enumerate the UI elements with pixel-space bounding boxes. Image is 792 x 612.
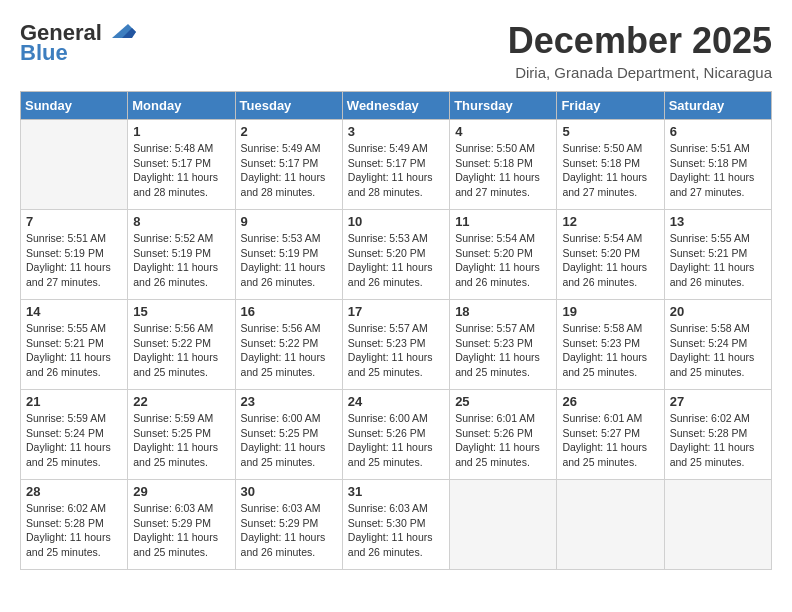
day-info: Sunrise: 5:56 AMSunset: 5:22 PMDaylight:… (133, 321, 229, 380)
day-info: Sunrise: 5:51 AMSunset: 5:18 PMDaylight:… (670, 141, 766, 200)
day-number: 27 (670, 394, 766, 409)
calendar-week-row: 28Sunrise: 6:02 AMSunset: 5:28 PMDayligh… (21, 480, 772, 570)
day-info: Sunrise: 5:51 AMSunset: 5:19 PMDaylight:… (26, 231, 122, 290)
day-number: 24 (348, 394, 444, 409)
calendar-cell: 24Sunrise: 6:00 AMSunset: 5:26 PMDayligh… (342, 390, 449, 480)
day-number: 1 (133, 124, 229, 139)
column-header-friday: Friday (557, 92, 664, 120)
day-info: Sunrise: 5:49 AMSunset: 5:17 PMDaylight:… (348, 141, 444, 200)
calendar-cell: 6Sunrise: 5:51 AMSunset: 5:18 PMDaylight… (664, 120, 771, 210)
day-number: 26 (562, 394, 658, 409)
calendar-cell: 20Sunrise: 5:58 AMSunset: 5:24 PMDayligh… (664, 300, 771, 390)
day-info: Sunrise: 5:57 AMSunset: 5:23 PMDaylight:… (348, 321, 444, 380)
calendar-cell: 14Sunrise: 5:55 AMSunset: 5:21 PMDayligh… (21, 300, 128, 390)
calendar-cell: 5Sunrise: 5:50 AMSunset: 5:18 PMDaylight… (557, 120, 664, 210)
calendar-cell: 8Sunrise: 5:52 AMSunset: 5:19 PMDaylight… (128, 210, 235, 300)
day-info: Sunrise: 5:57 AMSunset: 5:23 PMDaylight:… (455, 321, 551, 380)
day-number: 29 (133, 484, 229, 499)
column-header-thursday: Thursday (450, 92, 557, 120)
day-number: 22 (133, 394, 229, 409)
day-info: Sunrise: 5:54 AMSunset: 5:20 PMDaylight:… (455, 231, 551, 290)
day-number: 20 (670, 304, 766, 319)
calendar-cell: 31Sunrise: 6:03 AMSunset: 5:30 PMDayligh… (342, 480, 449, 570)
day-info: Sunrise: 5:59 AMSunset: 5:25 PMDaylight:… (133, 411, 229, 470)
day-info: Sunrise: 6:01 AMSunset: 5:27 PMDaylight:… (562, 411, 658, 470)
day-info: Sunrise: 6:02 AMSunset: 5:28 PMDaylight:… (670, 411, 766, 470)
calendar-cell: 18Sunrise: 5:57 AMSunset: 5:23 PMDayligh… (450, 300, 557, 390)
month-title: December 2025 (508, 20, 772, 62)
day-info: Sunrise: 5:58 AMSunset: 5:23 PMDaylight:… (562, 321, 658, 380)
calendar-cell: 1Sunrise: 5:48 AMSunset: 5:17 PMDaylight… (128, 120, 235, 210)
day-number: 11 (455, 214, 551, 229)
calendar-header-row: SundayMondayTuesdayWednesdayThursdayFrid… (21, 92, 772, 120)
day-info: Sunrise: 5:50 AMSunset: 5:18 PMDaylight:… (455, 141, 551, 200)
calendar-cell: 30Sunrise: 6:03 AMSunset: 5:29 PMDayligh… (235, 480, 342, 570)
day-info: Sunrise: 5:56 AMSunset: 5:22 PMDaylight:… (241, 321, 337, 380)
location-title: Diria, Granada Department, Nicaragua (508, 64, 772, 81)
day-number: 30 (241, 484, 337, 499)
calendar-cell (450, 480, 557, 570)
day-info: Sunrise: 5:53 AMSunset: 5:20 PMDaylight:… (348, 231, 444, 290)
day-number: 16 (241, 304, 337, 319)
day-number: 10 (348, 214, 444, 229)
day-info: Sunrise: 6:00 AMSunset: 5:25 PMDaylight:… (241, 411, 337, 470)
calendar-cell (21, 120, 128, 210)
calendar-cell: 15Sunrise: 5:56 AMSunset: 5:22 PMDayligh… (128, 300, 235, 390)
day-info: Sunrise: 5:58 AMSunset: 5:24 PMDaylight:… (670, 321, 766, 380)
calendar-cell: 22Sunrise: 5:59 AMSunset: 5:25 PMDayligh… (128, 390, 235, 480)
day-number: 7 (26, 214, 122, 229)
calendar-cell: 27Sunrise: 6:02 AMSunset: 5:28 PMDayligh… (664, 390, 771, 480)
calendar-cell: 3Sunrise: 5:49 AMSunset: 5:17 PMDaylight… (342, 120, 449, 210)
day-info: Sunrise: 5:59 AMSunset: 5:24 PMDaylight:… (26, 411, 122, 470)
calendar-week-row: 21Sunrise: 5:59 AMSunset: 5:24 PMDayligh… (21, 390, 772, 480)
calendar-cell: 25Sunrise: 6:01 AMSunset: 5:26 PMDayligh… (450, 390, 557, 480)
day-info: Sunrise: 5:55 AMSunset: 5:21 PMDaylight:… (670, 231, 766, 290)
day-number: 8 (133, 214, 229, 229)
calendar-cell: 7Sunrise: 5:51 AMSunset: 5:19 PMDaylight… (21, 210, 128, 300)
day-number: 23 (241, 394, 337, 409)
logo-blue: Blue (20, 40, 68, 66)
day-info: Sunrise: 6:02 AMSunset: 5:28 PMDaylight:… (26, 501, 122, 560)
day-number: 6 (670, 124, 766, 139)
day-number: 31 (348, 484, 444, 499)
calendar-cell: 4Sunrise: 5:50 AMSunset: 5:18 PMDaylight… (450, 120, 557, 210)
day-info: Sunrise: 5:48 AMSunset: 5:17 PMDaylight:… (133, 141, 229, 200)
day-number: 15 (133, 304, 229, 319)
calendar-cell: 11Sunrise: 5:54 AMSunset: 5:20 PMDayligh… (450, 210, 557, 300)
day-info: Sunrise: 6:03 AMSunset: 5:30 PMDaylight:… (348, 501, 444, 560)
calendar-cell: 26Sunrise: 6:01 AMSunset: 5:27 PMDayligh… (557, 390, 664, 480)
day-number: 4 (455, 124, 551, 139)
calendar-cell: 29Sunrise: 6:03 AMSunset: 5:29 PMDayligh… (128, 480, 235, 570)
column-header-saturday: Saturday (664, 92, 771, 120)
calendar-cell: 9Sunrise: 5:53 AMSunset: 5:19 PMDaylight… (235, 210, 342, 300)
calendar-week-row: 1Sunrise: 5:48 AMSunset: 5:17 PMDaylight… (21, 120, 772, 210)
calendar-week-row: 14Sunrise: 5:55 AMSunset: 5:21 PMDayligh… (21, 300, 772, 390)
day-info: Sunrise: 6:03 AMSunset: 5:29 PMDaylight:… (241, 501, 337, 560)
day-info: Sunrise: 5:50 AMSunset: 5:18 PMDaylight:… (562, 141, 658, 200)
page-header: General Blue December 2025 Diria, Granad… (20, 20, 772, 81)
calendar-table: SundayMondayTuesdayWednesdayThursdayFrid… (20, 91, 772, 570)
day-number: 17 (348, 304, 444, 319)
day-info: Sunrise: 6:03 AMSunset: 5:29 PMDaylight:… (133, 501, 229, 560)
calendar-cell: 2Sunrise: 5:49 AMSunset: 5:17 PMDaylight… (235, 120, 342, 210)
day-info: Sunrise: 5:55 AMSunset: 5:21 PMDaylight:… (26, 321, 122, 380)
day-number: 14 (26, 304, 122, 319)
calendar-cell: 13Sunrise: 5:55 AMSunset: 5:21 PMDayligh… (664, 210, 771, 300)
column-header-tuesday: Tuesday (235, 92, 342, 120)
day-number: 25 (455, 394, 551, 409)
day-number: 19 (562, 304, 658, 319)
calendar-cell: 10Sunrise: 5:53 AMSunset: 5:20 PMDayligh… (342, 210, 449, 300)
calendar-cell: 16Sunrise: 5:56 AMSunset: 5:22 PMDayligh… (235, 300, 342, 390)
day-number: 28 (26, 484, 122, 499)
calendar-cell: 21Sunrise: 5:59 AMSunset: 5:24 PMDayligh… (21, 390, 128, 480)
day-info: Sunrise: 5:49 AMSunset: 5:17 PMDaylight:… (241, 141, 337, 200)
day-number: 13 (670, 214, 766, 229)
day-info: Sunrise: 5:53 AMSunset: 5:19 PMDaylight:… (241, 231, 337, 290)
day-number: 5 (562, 124, 658, 139)
calendar-cell: 19Sunrise: 5:58 AMSunset: 5:23 PMDayligh… (557, 300, 664, 390)
calendar-week-row: 7Sunrise: 5:51 AMSunset: 5:19 PMDaylight… (21, 210, 772, 300)
day-number: 12 (562, 214, 658, 229)
logo-icon (104, 20, 136, 42)
column-header-monday: Monday (128, 92, 235, 120)
title-block: December 2025 Diria, Granada Department,… (508, 20, 772, 81)
